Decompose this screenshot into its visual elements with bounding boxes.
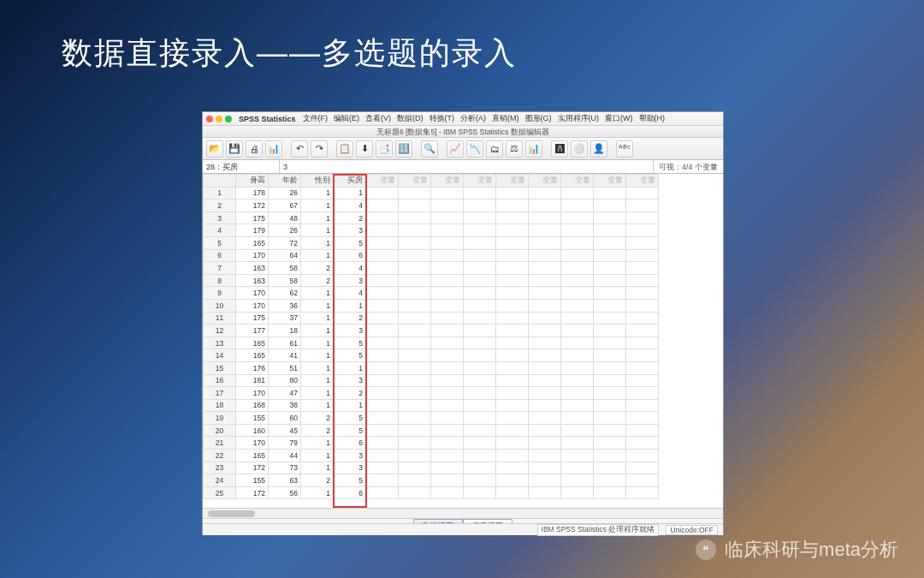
data-cell[interactable] [431, 387, 464, 400]
data-cell[interactable] [529, 349, 561, 362]
data-cell[interactable] [496, 299, 529, 312]
data-cell[interactable] [529, 249, 561, 262]
data-cell[interactable]: 2 [301, 274, 334, 287]
data-cell[interactable] [626, 486, 659, 499]
data-cell[interactable]: 165 [236, 349, 269, 362]
data-cell[interactable]: 1 [301, 200, 334, 212]
data-cell[interactable] [626, 349, 659, 362]
data-cell[interactable] [594, 474, 626, 487]
data-cell[interactable] [399, 361, 431, 374]
data-cell[interactable] [496, 212, 529, 224]
data-cell[interactable] [431, 399, 464, 412]
data-cell[interactable] [626, 236, 659, 249]
data-cell[interactable] [366, 200, 399, 212]
data-cell[interactable]: 163 [236, 274, 269, 287]
data-cell[interactable]: 45 [269, 424, 301, 437]
data-cell[interactable] [529, 374, 561, 387]
row-header[interactable]: 13 [204, 337, 236, 349]
data-cell[interactable] [366, 236, 399, 249]
data-cell[interactable] [399, 274, 431, 287]
column-header[interactable]: 性别 [301, 175, 334, 188]
data-cell[interactable] [399, 462, 431, 474]
toolbar-button[interactable]: 📂 [206, 140, 223, 158]
data-cell[interactable]: 155 [236, 412, 269, 425]
data-cell[interactable] [594, 374, 626, 387]
data-cell[interactable] [529, 474, 561, 487]
data-cell[interactable] [366, 287, 399, 300]
data-cell[interactable] [561, 212, 594, 224]
data-cell[interactable] [399, 474, 431, 487]
data-cell[interactable] [594, 437, 626, 450]
data-cell[interactable] [496, 187, 529, 200]
data-cell[interactable] [529, 387, 561, 400]
data-cell[interactable]: 1 [301, 450, 334, 462]
data-cell[interactable] [496, 387, 529, 400]
data-cell[interactable]: 175 [236, 312, 269, 325]
data-cell[interactable]: 1 [301, 349, 334, 362]
data-cell[interactable]: 172 [236, 462, 269, 474]
data-cell[interactable] [626, 299, 659, 312]
data-cell[interactable] [561, 287, 594, 300]
data-cell[interactable] [399, 236, 431, 249]
data-cell[interactable]: 80 [269, 374, 301, 387]
data-cell[interactable] [561, 274, 594, 287]
data-cell[interactable]: 1 [301, 486, 334, 499]
data-cell[interactable] [366, 374, 399, 387]
data-cell[interactable]: 1 [334, 299, 366, 312]
column-header[interactable]: 身高 [236, 175, 269, 188]
data-cell[interactable]: 37 [269, 312, 301, 325]
data-cell[interactable]: 5 [334, 337, 366, 349]
data-cell[interactable] [399, 387, 431, 400]
data-cell[interactable] [594, 349, 626, 362]
data-cell[interactable] [626, 274, 659, 287]
data-cell[interactable] [626, 262, 659, 275]
data-cell[interactable] [626, 287, 659, 300]
data-cell[interactable] [594, 287, 626, 300]
scrollbar-thumb[interactable] [208, 510, 255, 517]
data-cell[interactable]: 4 [334, 200, 366, 212]
data-cell[interactable] [594, 212, 626, 224]
data-cell[interactable]: 165 [236, 337, 269, 349]
data-cell[interactable] [399, 349, 431, 362]
data-cell[interactable] [464, 399, 496, 412]
data-cell[interactable] [464, 200, 496, 212]
data-cell[interactable]: 170 [236, 249, 269, 262]
data-cell[interactable] [561, 374, 594, 387]
data-cell[interactable]: 58 [269, 262, 301, 275]
data-cell[interactable] [496, 374, 529, 387]
row-header[interactable]: 17 [204, 387, 236, 400]
data-cell[interactable] [496, 349, 529, 362]
data-cell[interactable] [431, 337, 464, 349]
data-cell[interactable] [431, 486, 464, 499]
data-cell[interactable]: 4 [334, 287, 366, 300]
data-cell[interactable] [366, 450, 399, 462]
data-cell[interactable] [399, 325, 431, 337]
row-header[interactable]: 15 [204, 361, 236, 374]
data-cell[interactable] [561, 424, 594, 437]
data-cell[interactable] [529, 200, 561, 212]
row-header[interactable]: 4 [204, 224, 236, 237]
menu-item[interactable]: 分析(A) [460, 114, 486, 122]
data-cell[interactable]: 63 [269, 474, 301, 487]
data-cell[interactable] [399, 450, 431, 462]
data-cell[interactable]: 2 [301, 474, 334, 487]
data-cell[interactable] [399, 312, 431, 325]
data-cell[interactable]: 172 [236, 486, 269, 499]
data-cell[interactable]: 38 [269, 399, 301, 412]
data-cell[interactable]: 3 [334, 274, 366, 287]
data-cell[interactable] [431, 274, 464, 287]
data-cell[interactable] [529, 262, 561, 275]
data-cell[interactable]: 3 [334, 374, 366, 387]
data-cell[interactable] [431, 200, 464, 212]
data-cell[interactable] [399, 287, 431, 300]
data-cell[interactable] [431, 361, 464, 374]
row-header[interactable]: 21 [204, 437, 236, 450]
data-cell[interactable] [496, 200, 529, 212]
toolbar-button[interactable]: 💾 [226, 140, 243, 158]
data-cell[interactable]: 2 [334, 312, 366, 325]
data-cell[interactable]: 79 [269, 437, 301, 450]
window-controls[interactable] [206, 116, 232, 122]
toolbar-button[interactable]: 👤 [590, 140, 607, 158]
menu-item[interactable]: 编辑(E) [334, 114, 359, 122]
menu-item[interactable]: 数据(D) [397, 114, 424, 122]
